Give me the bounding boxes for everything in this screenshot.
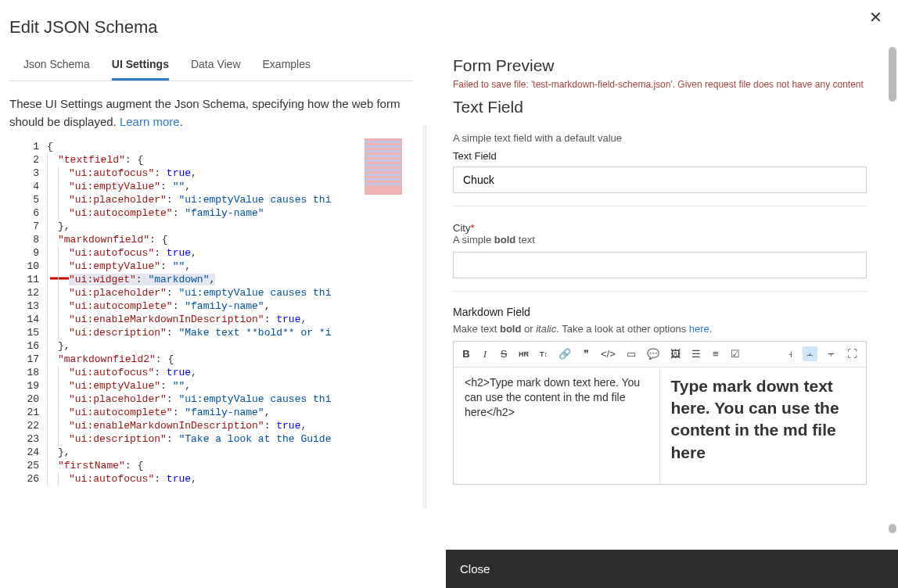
hr-icon[interactable]: HR	[516, 349, 531, 360]
right-panel: Form Preview Failed to save file: 'test-…	[426, 45, 898, 511]
editor-minimap[interactable]	[365, 138, 402, 195]
preview-error: Failed to save file: 'test-markdown-fiel…	[453, 78, 867, 91]
textfield-subtitle: A simple text field with a default value	[453, 132, 867, 144]
help-body: These UI Settings augment the Json Schem…	[9, 97, 400, 128]
learn-more-link[interactable]: Learn more	[120, 115, 180, 128]
strike-icon[interactable]: S	[497, 346, 510, 361]
layout1-icon[interactable]: ⫞	[784, 346, 796, 361]
quote-icon[interactable]: ❞	[580, 346, 592, 361]
textfield-input[interactable]	[453, 167, 867, 193]
italic-icon[interactable]: I	[479, 346, 491, 362]
city-subtitle: A simple bold text	[453, 234, 867, 246]
footer-bar: Close	[446, 550, 898, 588]
layout3-icon[interactable]: ⫟	[824, 346, 839, 361]
md-source[interactable]: <h2>Type mark down text here. You can us…	[454, 368, 660, 484]
city-label: City*	[453, 222, 867, 234]
tab-examples[interactable]: Examples	[263, 58, 311, 81]
editor-code[interactable]: {"textfield": {"ui:autofocus": true,"ui:…	[47, 138, 413, 514]
md-preview: Type mark down text here. You can use th…	[660, 368, 867, 484]
md-toolbar: B I S HR T↕ 🔗 ❞ </> ▭ 💬 🖼 ☰ ≡ ☑ ⫞ ⫠ ⫟ ⛶	[453, 341, 867, 368]
dialog-title: Edit JSON Schema	[0, 0, 898, 45]
content-row: Json Schema UI Settings Data View Exampl…	[0, 45, 898, 511]
tab-ui-settings[interactable]: UI Settings	[112, 58, 169, 81]
tab-json-schema[interactable]: Json Schema	[23, 58, 90, 81]
close-button[interactable]: Close	[460, 562, 490, 575]
textfield-label: Text Field	[453, 150, 867, 162]
bold-icon[interactable]: B	[460, 346, 472, 361]
required-star: *	[470, 222, 474, 234]
task-icon[interactable]: ☑	[728, 346, 742, 361]
scrollbar-thumb[interactable]	[889, 47, 896, 102]
code-editor[interactable]: 1234567891011121314151617181920212223242…	[9, 138, 413, 514]
preview-title: Form Preview	[453, 56, 867, 75]
code-icon[interactable]: </>	[598, 346, 618, 361]
help-text: These UI Settings augment the Json Schem…	[9, 81, 413, 138]
link-icon[interactable]: 🔗	[556, 346, 573, 361]
layout2-icon[interactable]: ⫠	[803, 346, 817, 361]
heading-icon[interactable]: T↕	[537, 349, 550, 360]
fullscreen-icon[interactable]: ⛶	[845, 346, 860, 361]
tab-data-view[interactable]: Data View	[191, 58, 241, 81]
markdown-subtitle: Make text bold or italic. Take a look at…	[453, 323, 867, 335]
ul-icon[interactable]: ☰	[689, 346, 703, 361]
image-icon[interactable]: 🖼	[668, 346, 683, 361]
markdown-label: Markdown Field	[453, 306, 867, 318]
comment-icon[interactable]: 💬	[645, 346, 662, 361]
text-field-section: A simple text field with a default value…	[453, 117, 867, 206]
city-section: City* A simple bold text	[453, 206, 867, 292]
close-icon[interactable]: ✕	[869, 8, 882, 27]
markdown-section: Markdown Field Make text bold or italic.…	[453, 292, 867, 485]
left-panel: Json Schema UI Settings Data View Exampl…	[0, 45, 422, 511]
codeblock-icon[interactable]: ▭	[624, 346, 638, 361]
ol-icon[interactable]: ≡	[709, 346, 722, 361]
tabs: Json Schema UI Settings Data View Exampl…	[9, 45, 413, 81]
md-here-link[interactable]: here	[689, 323, 709, 335]
city-input[interactable]	[453, 252, 867, 278]
form-header: Text Field	[453, 98, 867, 117]
editor-gutter: 1234567891011121314151617181920212223242…	[9, 138, 47, 514]
scrollbar-thumb-bottom[interactable]	[889, 524, 896, 533]
md-body: <h2>Type mark down text here. You can us…	[453, 368, 867, 485]
